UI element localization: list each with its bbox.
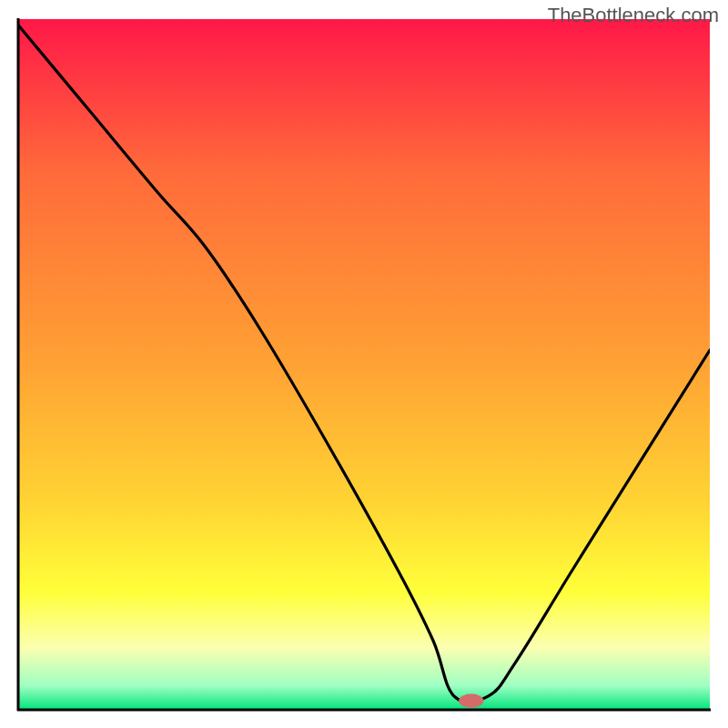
optimal-point-marker (459, 694, 483, 708)
watermark-text: TheBottleneck.com (548, 4, 719, 27)
gradient-background (19, 19, 710, 710)
bottleneck-chart (0, 0, 728, 728)
chart-container: TheBottleneck.com (0, 0, 728, 728)
